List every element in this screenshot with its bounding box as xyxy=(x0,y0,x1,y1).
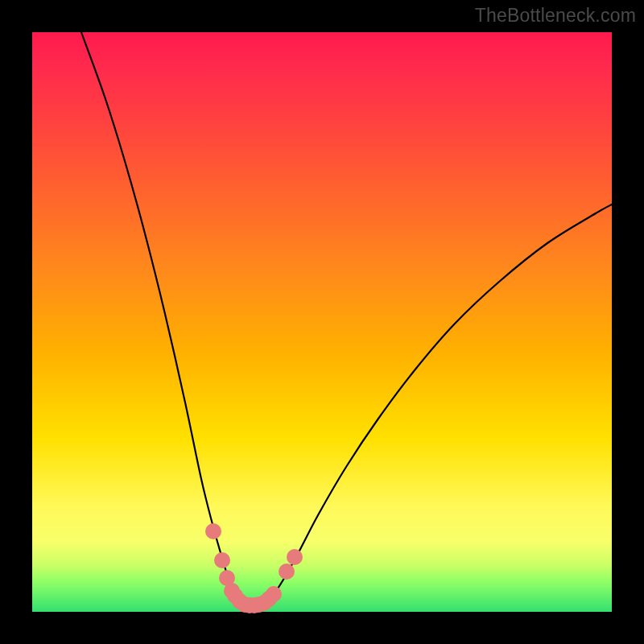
watermark-text: TheBottleneck.com xyxy=(475,5,636,27)
curve-marker xyxy=(266,586,282,602)
bottleneck-curve xyxy=(81,32,612,606)
curve-svg xyxy=(32,32,612,612)
curve-marker xyxy=(287,549,303,565)
chart-frame: TheBottleneck.com xyxy=(0,0,644,644)
curve-marker xyxy=(214,552,230,568)
plot-area xyxy=(32,32,612,612)
curve-markers xyxy=(205,523,303,613)
curve-marker xyxy=(205,523,221,539)
curve-marker xyxy=(279,564,295,580)
